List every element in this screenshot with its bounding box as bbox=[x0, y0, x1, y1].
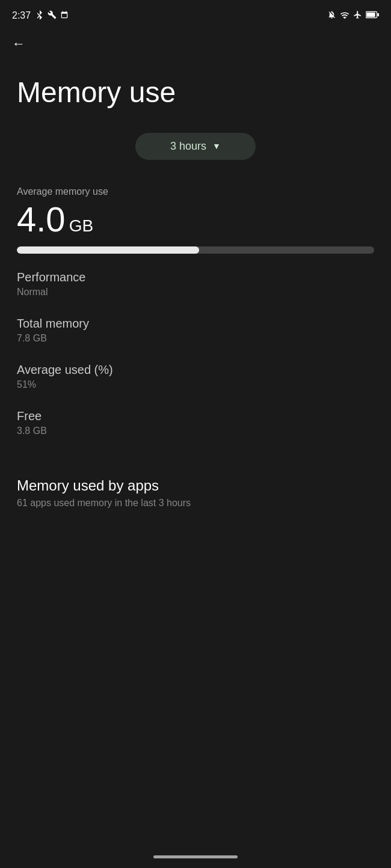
status-time: 2:37 bbox=[12, 10, 31, 21]
performance-value: Normal bbox=[17, 287, 374, 298]
avg-label: Average memory use bbox=[17, 186, 374, 197]
home-indicator bbox=[153, 855, 238, 858]
performance-label: Performance bbox=[17, 270, 374, 284]
stats-section: Average memory use 4.0 GB Performance No… bbox=[0, 177, 391, 465]
page-title-section: Memory use bbox=[0, 59, 391, 127]
free-memory-row: Free 3.8 GB bbox=[17, 409, 374, 436]
time-selector-dropdown[interactable]: 3 hours ▼ bbox=[135, 133, 256, 160]
total-memory-row: Total memory 7.8 GB bbox=[17, 317, 374, 344]
svg-rect-1 bbox=[377, 13, 379, 16]
back-arrow[interactable]: ← bbox=[12, 36, 25, 52]
apps-section-title: Memory used by apps bbox=[17, 477, 374, 494]
status-icons-right bbox=[327, 10, 379, 21]
average-used-row: Average used (%) 51% bbox=[17, 363, 374, 390]
average-used-value: 51% bbox=[17, 379, 374, 390]
free-value: 3.8 GB bbox=[17, 426, 374, 436]
chevron-down-icon: ▼ bbox=[212, 141, 221, 151]
page-title: Memory use bbox=[17, 77, 374, 109]
memory-progress-bar bbox=[17, 246, 374, 254]
memory-value: 4.0 GB bbox=[17, 202, 374, 237]
svg-rect-2 bbox=[366, 13, 375, 17]
time-selector-wrapper: 3 hours ▼ bbox=[0, 127, 391, 177]
status-icons-left bbox=[35, 10, 69, 22]
apps-section-subtitle: 61 apps used memory in the last 3 hours bbox=[17, 498, 374, 509]
average-used-label: Average used (%) bbox=[17, 363, 374, 377]
time-selector-label: 3 hours bbox=[170, 140, 206, 153]
airplane-icon bbox=[353, 10, 362, 21]
memory-unit: GB bbox=[69, 216, 93, 236]
apps-section: Memory used by apps 61 apps used memory … bbox=[0, 465, 391, 515]
total-memory-label: Total memory bbox=[17, 317, 374, 331]
bell-off-icon bbox=[327, 10, 336, 21]
memory-number: 4.0 bbox=[17, 202, 66, 237]
status-left: 2:37 bbox=[12, 10, 69, 22]
wrench-icon bbox=[48, 10, 57, 21]
status-bar: 2:37 bbox=[0, 0, 391, 29]
wifi-icon bbox=[340, 11, 349, 20]
free-label: Free bbox=[17, 409, 374, 423]
back-navigation[interactable]: ← bbox=[0, 29, 391, 59]
battery-icon bbox=[366, 11, 379, 20]
bluetooth-icon bbox=[35, 10, 44, 22]
total-memory-value: 7.8 GB bbox=[17, 333, 374, 344]
progress-bar-fill bbox=[17, 246, 199, 254]
performance-row: Performance Normal bbox=[17, 270, 374, 298]
calendar-icon bbox=[60, 11, 69, 21]
